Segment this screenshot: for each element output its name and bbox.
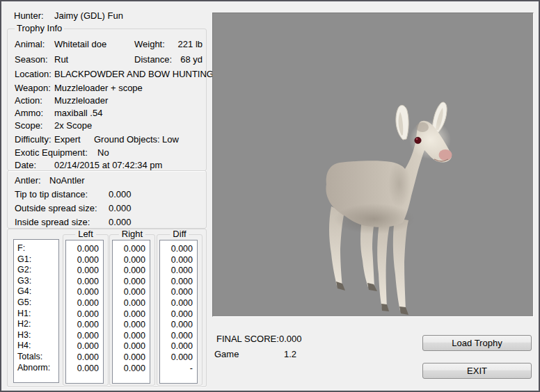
action-value: Muzzleloader <box>54 95 108 106</box>
distance-label: Distance: <box>134 54 172 65</box>
measure-col-right-title: Right <box>119 229 145 239</box>
measure-left-value: 0.000 <box>66 331 103 342</box>
weapon-value: Muzzleloader + scope <box>54 83 143 93</box>
scope-value: 2x Scope <box>54 120 92 131</box>
deer-forehead-shade <box>416 122 429 132</box>
measure-right-value: 0.000 <box>113 287 150 298</box>
deer-neck-shadow <box>388 161 411 208</box>
deer-hoof-rear-near <box>367 283 377 291</box>
trophy-info-title: Trophy Info <box>15 24 64 33</box>
difficulty-value: Expert <box>54 134 81 145</box>
location-label: Location: <box>15 69 51 79</box>
antler-value: NoAntler <box>49 175 85 186</box>
measure-col-left-title: Left <box>75 229 96 239</box>
measure-diff-value: 0.000 <box>160 255 197 266</box>
location-value: BLACKPOWDER AND BOW HUNTING <box>54 69 214 79</box>
hunter-value: Jaimy (GDL) Fun <box>54 10 123 21</box>
measure-diff-value: - <box>160 364 197 375</box>
exit-button[interactable]: EXIT <box>422 363 532 379</box>
measure-left-value: 0.000 <box>66 244 103 255</box>
measure-right-value: 0.000 <box>113 364 150 375</box>
deer-eye-highlight <box>416 138 418 140</box>
measure-right-value: 0.000 <box>113 352 150 364</box>
antler-groupbox: Antler: NoAntler Tip to tip distance: 0.… <box>7 170 207 229</box>
measure-left-value: 0.000 <box>66 364 103 375</box>
scope-label: Scope: <box>15 120 42 131</box>
measure-right-value: 0.000 <box>113 255 150 266</box>
trophy-3d-viewport[interactable] <box>212 13 534 317</box>
measure-left-value: 0.000 <box>66 287 103 298</box>
measure-row-label: F: <box>14 243 58 254</box>
ground-objects-label: Ground Objects: <box>94 134 160 145</box>
ammo-value: maxiball .54 <box>54 108 102 118</box>
ground-objects-value: Low <box>162 134 179 145</box>
measure-diff-value: 0.000 <box>160 309 197 320</box>
outside-spread-label: Outside spread size: <box>15 203 97 213</box>
animal-label: Animal: <box>15 39 45 49</box>
final-score-value: 0.000 <box>279 334 302 344</box>
game-version-value: 1.2 <box>284 349 296 359</box>
measure-diff-value: 0.000 <box>160 244 197 255</box>
measure-row-label: G4: <box>14 286 58 297</box>
deer-nose <box>439 149 452 161</box>
measure-left-value: 0.000 <box>66 298 103 309</box>
measure-diff-value: 0.000 <box>160 298 197 309</box>
exotic-equipment-label: Exotic Equipment: <box>15 147 88 158</box>
measure-row-label: H1: <box>14 309 58 320</box>
measure-diff-value: 0.000 <box>160 341 197 352</box>
measure-row-label: G2: <box>14 265 58 276</box>
deer-eye <box>415 137 421 143</box>
measure-row-label: G3: <box>14 276 58 287</box>
measure-left-value: 0.000 <box>66 341 103 352</box>
albino-doe-render <box>213 13 533 316</box>
animal-value: Whitetail doe <box>54 39 106 49</box>
measurements-groupbox: F:G1:G2:G3:G4:G5:H1:H2:H3:H4:Totals:Abno… <box>7 229 207 387</box>
final-score-label: FINAL SCORE: <box>216 334 279 344</box>
measure-left-value: 0.000 <box>66 320 103 331</box>
measure-row-label: G5: <box>14 297 58 309</box>
measure-left-value: 0.000 <box>66 255 103 266</box>
measure-diff-value: 0.000 <box>160 320 197 331</box>
measure-left-value: 0.000 <box>66 352 103 364</box>
measure-diff-value: 0.000 <box>160 287 197 298</box>
measure-row-label: H4: <box>14 341 58 352</box>
measure-col-left-values[interactable]: 0.0000.0000.0000.0000.0000.0000.0000.000… <box>65 240 104 384</box>
date-value: 02/14/2015 at 07:42:34 pm <box>54 160 162 170</box>
distance-value: 68 yd <box>180 54 202 65</box>
measure-right-value: 0.000 <box>113 331 150 342</box>
load-trophy-button[interactable]: Load Trophy <box>422 335 532 351</box>
measure-col-right: Right 0.0000.0000.0000.0000.0000.0000.00… <box>109 234 155 386</box>
exotic-equipment-value: No <box>97 147 109 158</box>
measure-left-value: 0.000 <box>66 309 103 320</box>
outside-spread-value: 0.000 <box>109 203 132 213</box>
measure-right-value: 0.000 <box>113 320 150 331</box>
trophy-info-groupbox: Trophy Info Animal: Whitetail doe Weight… <box>7 28 207 171</box>
deer-hoof-front-near <box>399 307 408 315</box>
measure-row-label: Totals: <box>14 352 58 363</box>
difficulty-label: Difficulty: <box>15 134 51 145</box>
measure-right-value: 0.000 <box>113 298 150 309</box>
measure-row-labels[interactable]: F:G1:G2:G3:G4:G5:H1:H2:H3:H4:Totals:Abno… <box>13 239 59 383</box>
measure-right-value: 0.000 <box>113 266 150 277</box>
measure-col-diff-title: Diff <box>170 229 189 239</box>
measure-col-diff-values[interactable]: 0.0000.0000.0000.0000.0000.0000.0000.000… <box>159 240 198 384</box>
tip-to-tip-label: Tip to tip distance: <box>15 189 88 199</box>
measure-row-label: G1: <box>14 254 58 266</box>
weight-label: Weight: <box>134 39 165 49</box>
measure-col-diff: Diff 0.0000.0000.0000.0000.0000.0000.000… <box>157 234 202 386</box>
weapon-label: Weapon: <box>15 83 51 93</box>
action-label: Action: <box>15 95 42 106</box>
deer-leg-front-far <box>377 222 390 308</box>
measure-diff-value: 0.000 <box>160 331 197 342</box>
date-label: Date: <box>15 160 36 170</box>
measure-row-label: H3: <box>14 330 58 341</box>
measure-left-value: 0.000 <box>66 266 103 277</box>
measure-col-right-values[interactable]: 0.0000.0000.0000.0000.0000.0000.0000.000… <box>112 240 150 384</box>
measure-col-left: Left 0.0000.0000.0000.0000.0000.0000.000… <box>63 234 109 386</box>
trophy-window: Hunter: Jaimy (GDL) Fun Trophy Info Anim… <box>0 0 540 392</box>
measure-row-label: Abnorm: <box>14 363 58 374</box>
measure-right-value: 0.000 <box>113 277 150 288</box>
ammo-label: Ammo: <box>15 108 43 118</box>
season-value: Rut <box>54 54 68 65</box>
deer-hoof-front-far <box>381 304 389 311</box>
